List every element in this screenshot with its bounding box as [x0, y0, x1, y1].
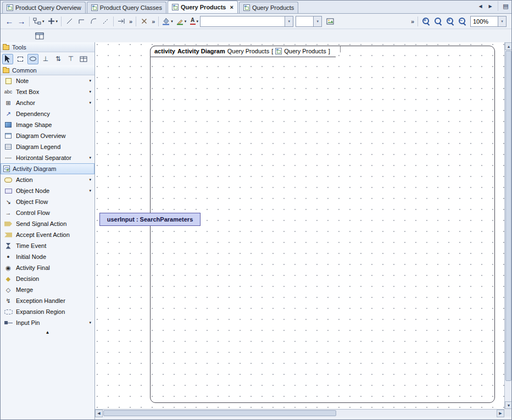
- palette-item-control-flow[interactable]: → Control Flow: [1, 207, 94, 218]
- palette-item-label: Action: [16, 176, 86, 183]
- related-elements-button[interactable]: ▾: [31, 15, 46, 27]
- overflow-chevron-icon[interactable]: »: [129, 18, 132, 25]
- palette-item-object-flow[interactable]: ↘ Object Flow: [1, 196, 94, 207]
- distribute-vertical-button[interactable]: ⇅: [53, 54, 64, 64]
- zoom-in-button[interactable]: +: [444, 15, 456, 27]
- line-style-curved-button[interactable]: [87, 15, 99, 27]
- scroll-up-icon[interactable]: ▲: [505, 42, 512, 50]
- palette-section-tools[interactable]: Tools: [1, 42, 94, 52]
- forward-button[interactable]: →: [15, 15, 27, 27]
- horizontal-scrollbar[interactable]: ◀ ▶: [95, 409, 504, 417]
- palette-item-input-pin[interactable]: Input Pin ▾: [1, 317, 94, 328]
- palette-section-activity-diagram[interactable]: Activity Diagram: [1, 163, 94, 174]
- palette-section-common[interactable]: Common: [1, 65, 94, 75]
- object-node-icon: [5, 189, 12, 194]
- arrange-flow-button[interactable]: [115, 15, 127, 27]
- palette-item-expansion-region[interactable]: Expansion Region: [1, 306, 94, 317]
- zoom-out-button[interactable]: −: [456, 15, 468, 27]
- line-color-button[interactable]: ▾: [175, 15, 188, 27]
- palette-item-note[interactable]: Note ▾: [1, 75, 94, 86]
- fill-bucket-icon: [162, 18, 170, 25]
- fill-color-button[interactable]: ▾: [160, 15, 175, 27]
- frame-type: Activity Diagram: [177, 48, 225, 54]
- horizontal-scrollbar-thumb[interactable]: [103, 410, 336, 416]
- activity-diagram-frame[interactable]: activity Activity Diagram Query Products…: [150, 46, 495, 403]
- tab-query-products[interactable]: Query Products: [239, 2, 298, 13]
- palette-item-dependency[interactable]: ↗ Dependency: [1, 108, 94, 119]
- frame-name: Query Products: [227, 48, 269, 54]
- scroll-tabs-right-icon[interactable]: ▶: [486, 2, 494, 10]
- marquee-tool-button[interactable]: [15, 54, 26, 64]
- frame-header[interactable]: activity Activity Diagram Query Products…: [150, 46, 341, 57]
- palette-item-accept-event-action[interactable]: Accept Event Action: [1, 229, 94, 240]
- palette-item-label: Object Node: [16, 187, 86, 194]
- font-color-button[interactable]: A ▾: [188, 15, 200, 27]
- tab-query-products-active[interactable]: Query Products ×: [168, 1, 238, 13]
- tab-list-icon[interactable]: ▤: [502, 2, 510, 10]
- palette-item-send-signal-action[interactable]: Send Signal Action: [1, 218, 94, 229]
- accept-event-icon: [4, 233, 12, 237]
- note-icon: [5, 78, 12, 84]
- chevron-down-icon[interactable]: ▾: [498, 16, 506, 26]
- frame-bracket-close: ]: [329, 48, 330, 54]
- palette-item-horizontal-separator[interactable]: ---- Horizontal Separator ▾: [1, 152, 94, 163]
- secondary-combo[interactable]: ▾: [296, 16, 322, 27]
- oval-tool-button[interactable]: [27, 54, 38, 64]
- vertical-scrollbar-thumb[interactable]: [505, 51, 511, 381]
- grid-layout-button[interactable]: [78, 54, 89, 64]
- line-style-rectilinear-button[interactable]: [75, 15, 87, 27]
- line-style-dashed-button[interactable]: [99, 15, 112, 27]
- chevron-down-icon[interactable]: ▾: [285, 16, 293, 26]
- palette-item-initial-node[interactable]: ● Initial Node: [1, 251, 94, 262]
- align-bottom-button[interactable]: ⊥: [40, 54, 51, 64]
- scroll-down-icon[interactable]: ▼: [505, 401, 512, 409]
- palette-item-diagram-overview[interactable]: Diagram Overview: [1, 130, 94, 141]
- refactor-button[interactable]: [138, 15, 150, 27]
- chevron-down-icon[interactable]: ▾: [89, 189, 92, 193]
- chevron-down-icon[interactable]: ▾: [89, 79, 92, 83]
- palette-item-activity-final[interactable]: ◉ Activity Final: [1, 262, 94, 273]
- chevron-down-icon[interactable]: ▾: [89, 156, 92, 160]
- align-top-button[interactable]: ⊤: [65, 54, 76, 64]
- scroll-tabs-left-icon[interactable]: ◀: [476, 2, 485, 10]
- scroll-left-icon[interactable]: ◀: [95, 410, 103, 417]
- palette-item-decision[interactable]: ◆ Decision: [1, 273, 94, 284]
- palette-item-anchor[interactable]: ⊞ Anchor ▾: [1, 97, 94, 108]
- chevron-down-icon[interactable]: ▾: [89, 90, 92, 94]
- palette-item-merge[interactable]: ◇ Merge: [1, 284, 94, 295]
- palette-item-text-box[interactable]: abc Text Box ▾: [1, 86, 94, 97]
- object-node-userinput[interactable]: userInput : SearchParameters: [99, 213, 201, 226]
- diagram-canvas[interactable]: activity Activity Diagram Query Products…: [95, 42, 504, 409]
- tab-product-query-overview[interactable]: Product Query Overview: [2, 2, 86, 13]
- scroll-right-icon[interactable]: ▶: [497, 410, 504, 417]
- line-style-straight-button[interactable]: [63, 15, 75, 27]
- back-button[interactable]: ←: [3, 15, 15, 27]
- swimlane-button[interactable]: [34, 30, 46, 42]
- palette-scroll-up-icon[interactable]: ▲: [1, 328, 94, 336]
- palette-item-diagram-legend[interactable]: Diagram Legend: [1, 141, 94, 152]
- pointer-tool-button[interactable]: [2, 54, 13, 64]
- magnifier-plus-icon: +: [446, 17, 454, 25]
- image-export-button[interactable]: [324, 15, 336, 27]
- insert-shape-button[interactable]: ▾: [46, 15, 60, 27]
- palette-item-action[interactable]: Action ▾: [1, 174, 94, 185]
- close-icon[interactable]: ×: [230, 4, 233, 10]
- scrollbar-corner: [504, 409, 512, 417]
- style-combo[interactable]: ▾: [200, 16, 293, 27]
- palette-item-exception-handler[interactable]: ↯ Exception Handler: [1, 295, 94, 306]
- palette-item-object-node[interactable]: Object Node ▾: [1, 185, 94, 196]
- zoom-combo[interactable]: 100% ▾: [470, 16, 507, 27]
- fit-in-window-button[interactable]: [432, 15, 444, 27]
- zoom-in-region-button[interactable]: +: [420, 15, 432, 27]
- palette-item-image-shape[interactable]: Image Shape: [1, 119, 94, 130]
- vertical-scrollbar[interactable]: ▲ ▼: [504, 42, 512, 409]
- overflow-chevron-icon[interactable]: »: [411, 18, 414, 25]
- chevron-down-icon[interactable]: ▾: [89, 178, 92, 182]
- separator: [61, 16, 62, 26]
- chevron-down-icon[interactable]: ▾: [89, 101, 92, 105]
- overflow-chevron-icon[interactable]: »: [152, 18, 155, 25]
- chevron-down-icon[interactable]: ▾: [89, 320, 92, 325]
- chevron-down-icon[interactable]: ▾: [313, 16, 321, 26]
- tab-product-query-classes[interactable]: Product Query Classes: [87, 2, 166, 13]
- palette-item-time-event[interactable]: Time Event: [1, 240, 94, 251]
